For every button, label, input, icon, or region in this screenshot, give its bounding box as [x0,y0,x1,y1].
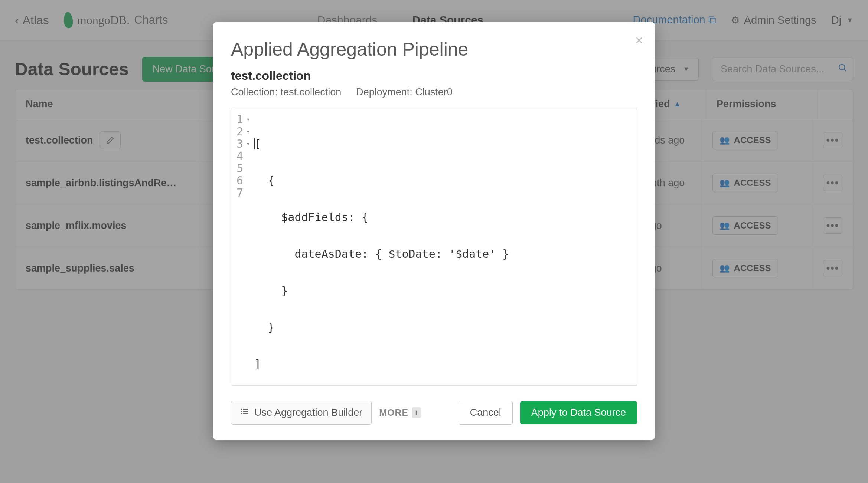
svg-rect-7 [243,413,248,414]
code-line: [ [254,138,509,150]
cancel-button[interactable]: Cancel [459,401,513,425]
fold-icon[interactable]: ▾ [245,141,250,147]
svg-rect-4 [241,411,242,412]
deployment-label: Deployment: [356,86,412,98]
svg-rect-2 [241,409,242,410]
modal-source-name: test.collection [231,69,637,83]
more-label: MORE [379,407,408,418]
collection-label: Collection: [231,86,278,98]
svg-rect-5 [243,411,248,412]
code-line: dateAsDate: { $toDate: '$date' } [254,248,509,260]
use-aggregation-builder-button[interactable]: Use Aggregation Builder [231,401,372,425]
fold-icon[interactable]: ▾ [245,116,250,123]
line-gutter: 1▾ 2▾ 3▾ 4 5 6 7 [231,108,251,385]
aggregation-pipeline-modal: × Applied Aggregation Pipeline test.coll… [213,22,655,440]
code-line: ] [254,358,509,370]
code-content[interactable]: [ { $addFields: { dateAsDate: { $toDate:… [251,108,513,385]
code-line: } [254,321,509,334]
code-line: $addFields: { [254,211,509,223]
deployment-value: Cluster0 [415,86,453,98]
list-icon [240,407,249,418]
pipeline-code-editor[interactable]: 1▾ 2▾ 3▾ 4 5 6 7 [ { $addFields: { dateA… [231,108,637,386]
modal-title: Applied Aggregation Pipeline [231,39,637,60]
use-builder-label: Use Aggregation Builder [254,407,362,418]
svg-rect-6 [241,413,242,414]
close-modal-button[interactable]: × [635,33,643,48]
collection-value: test.collection [281,86,342,98]
fold-icon[interactable]: ▾ [245,128,250,135]
code-line: } [254,285,509,297]
info-icon: i [412,407,421,418]
more-link[interactable]: MORE i [379,407,421,418]
apply-button[interactable]: Apply to Data Source [520,401,637,424]
code-line: { [254,174,509,187]
svg-rect-3 [243,409,248,410]
